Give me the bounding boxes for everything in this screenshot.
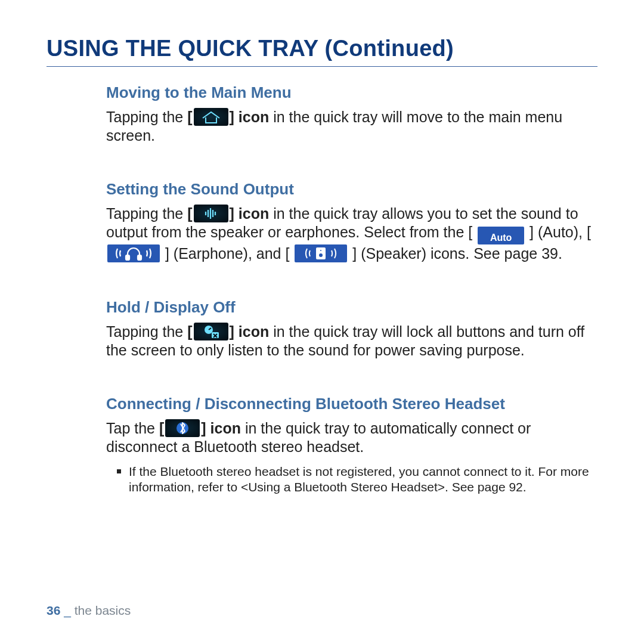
section-bluetooth: Connecting / Disconnecting Bluetooth Ste…: [106, 395, 592, 496]
bracket-close-and-icon-word: ] icon: [201, 420, 241, 436]
text: Tapping the: [106, 109, 187, 125]
bracket-open: [: [187, 323, 192, 340]
heading-hold: Hold / Display Off: [106, 298, 592, 317]
text: ] (Earphone), and [: [161, 245, 293, 262]
para-sound-output: Tapping the [ ] icon in the quick tray a…: [106, 205, 592, 262]
heading-bluetooth: Connecting / Disconnecting Bluetooth Ste…: [106, 395, 592, 413]
page-footer: 36 _ the basics: [47, 603, 131, 618]
heading-sound-output: Setting the Sound Output: [106, 180, 592, 199]
para-main-menu: Tapping the [ ] icon in the quick tray w…: [106, 108, 592, 144]
text: Tap the: [106, 420, 159, 436]
section-hold-display-off: Hold / Display Off Tapping the [ ] icon …: [106, 298, 592, 359]
bracket-open: [: [187, 205, 192, 222]
bracket-close-and-icon-word: ] icon: [230, 109, 270, 125]
auto-label: Auto: [490, 229, 512, 247]
bluetooth-icon: [165, 419, 200, 437]
auto-icon: Auto: [478, 227, 524, 244]
heading-main-menu: Moving to the Main Menu: [106, 83, 592, 102]
svg-rect-6: [138, 255, 141, 260]
section-sound-output: Setting the Sound Output Tapping the [ ]…: [106, 180, 592, 262]
footer-section: the basics: [75, 603, 131, 617]
note-item: If the Bluetooth stereo headset is not r…: [117, 464, 592, 496]
page-number: 36: [47, 603, 60, 617]
title-underline: [47, 66, 597, 67]
note-list: If the Bluetooth stereo headset is not r…: [117, 464, 592, 496]
text: Tapping the: [106, 323, 187, 340]
bracket-close-and-icon-word: ] icon: [230, 323, 270, 340]
earphone-icon: [107, 244, 160, 262]
bracket-close-and-icon-word: ] icon: [230, 205, 270, 222]
para-bluetooth: Tap the [ ] icon in the quick tray to au…: [106, 419, 592, 456]
section-main-menu: Moving to the Main Menu Tapping the [ ] …: [106, 83, 592, 144]
page-title: USING THE QUICK TRAY (Continued): [47, 36, 597, 61]
text: ] (Speaker) icons. See page 39.: [348, 245, 562, 262]
bracket-open: [: [159, 420, 164, 436]
svg-point-9: [318, 253, 323, 258]
text: Tapping the: [106, 205, 187, 222]
para-hold: Tapping the [ ] icon in the quick tray w…: [106, 323, 592, 359]
lock-display-icon: [194, 323, 228, 340]
svg-point-8: [320, 249, 322, 252]
home-icon: [194, 108, 228, 126]
sound-bars-icon: [194, 205, 228, 222]
svg-rect-5: [126, 255, 129, 260]
manual-page: USING THE QUICK TRAY (Continued) Moving …: [0, 0, 644, 644]
footer-sep: _: [60, 603, 74, 617]
speaker-icon: [295, 244, 347, 262]
bracket-open: [: [187, 109, 192, 125]
text: ] (Auto), [: [525, 224, 591, 240]
